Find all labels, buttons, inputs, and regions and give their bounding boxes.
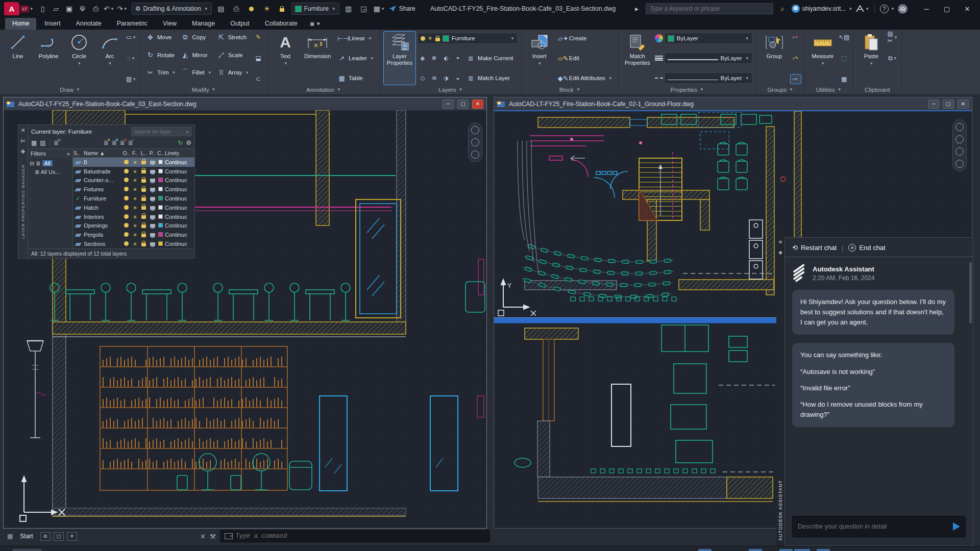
tab-output[interactable]: Output (223, 18, 257, 30)
panel-label-layers[interactable]: Layers▼ (380, 85, 521, 94)
lineweight-dropdown[interactable]: ByLayer ▼ (665, 53, 752, 64)
tab-layout2[interactable]: Layout2 (78, 549, 112, 551)
right-window-title-bar[interactable]: AutoCAD-LT-FY25_Fire-Station-Book-Cafe_0… (494, 97, 972, 110)
crosshair-size[interactable]: + (902, 549, 916, 551)
left-drawing-canvas[interactable]: ✕ ⊨ ❖ LAYER PROPERTIES MANAGER Current l… (4, 110, 486, 528)
layer-search-input[interactable] (134, 129, 186, 135)
annotation-visibility[interactable]: A° (817, 549, 830, 551)
new-property-filter-icon[interactable]: ▩ (31, 139, 37, 146)
object-snap[interactable]: ▣▼ (794, 549, 810, 551)
ortho-mode[interactable]: ∟ (734, 549, 747, 551)
left-window-close-button[interactable]: ✕ (472, 99, 483, 109)
tab-overview-icon[interactable]: ⧉ (40, 532, 51, 541)
tab-collaborate[interactable]: Collaborate (258, 18, 305, 30)
layer-states-icon[interactable]: ≣⊡ (54, 139, 59, 146)
minimize-button[interactable]: ─ (918, 2, 935, 15)
make-current-button[interactable]: ≣Make Current (464, 53, 516, 64)
save-as-button[interactable]: ⟱ (77, 3, 89, 15)
annotation-scale-flag[interactable]: A (846, 549, 860, 551)
layer-row-openings[interactable]: Openings☀Continuous (73, 221, 194, 231)
tab-close-icon[interactable]: ✕ (67, 532, 77, 541)
offset-icon[interactable]: ⊂ (253, 74, 263, 84)
edit-attributes-button[interactable]: ◆✎Edit Attributes▼ (556, 72, 615, 84)
workspace-dropdown[interactable]: ⚙ Drafting & Annotation ▼ (132, 3, 212, 15)
send-icon[interactable] (953, 522, 960, 531)
text-button[interactable]: A Text ▼ (271, 32, 300, 85)
new-layer-icon[interactable]: ≣✶ (103, 139, 108, 146)
rectangle-tool-icon[interactable]: ▭▼ (126, 33, 136, 42)
layer-unlock-all-icon[interactable]: ⬗ (441, 73, 451, 83)
stretch-button[interactable]: ⇱Stretch (215, 32, 251, 43)
pan-icon[interactable] (955, 135, 964, 143)
layer-lock-icon[interactable]: ⬖ (441, 54, 451, 63)
circle-button[interactable]: Circle ▼ (65, 32, 93, 85)
share-button[interactable]: Share (388, 5, 415, 12)
rotate-button[interactable]: ↻Rotate (144, 49, 178, 61)
palette-autohide-icon[interactable]: ⊨ (20, 138, 26, 144)
palette-close-icon[interactable]: ✕ (20, 127, 25, 134)
ungroup-icon[interactable]: ▫✕ (791, 33, 801, 42)
explode-icon[interactable]: ⬓ (253, 54, 263, 63)
ellipse-tool-icon[interactable]: ◌▼ (126, 54, 136, 63)
layer-isolate-icon[interactable]: ◈ (418, 54, 428, 63)
leader-button[interactable]: ↗Leader▼ (335, 53, 376, 64)
palette-properties-icon[interactable]: ❖ (20, 148, 26, 155)
command-customize-icon[interactable]: ⚒ (210, 533, 216, 540)
panel-label-draw[interactable]: Draw▼ (0, 85, 140, 94)
right-window-close-button[interactable]: ✕ (958, 99, 969, 109)
layer-row-0[interactable]: 0☀Continuous (73, 158, 194, 167)
group-selection-toggle-icon[interactable]: ▫↖ (791, 74, 801, 84)
create-block-button[interactable]: ▱✦Create (556, 33, 615, 44)
quick-calculator-icon[interactable]: ▦ (839, 74, 849, 84)
layer-row-balustrade[interactable]: Balustrade☀Continuous (73, 167, 194, 176)
command-input[interactable] (236, 533, 485, 540)
isolate-objects[interactable]: ◎ (917, 549, 930, 551)
select-window-icon[interactable]: ⬚ (839, 54, 849, 63)
cut-icon[interactable]: ▤✂▼ (888, 33, 898, 42)
copy-clip-icon[interactable]: ⧉▼ (888, 54, 898, 63)
layer-unlock-icon[interactable] (276, 3, 288, 15)
tab-home[interactable]: Home (5, 18, 36, 30)
assistant-properties-icon[interactable]: ❖ (778, 250, 783, 256)
redo-button[interactable]: ↷▼ (116, 3, 129, 15)
app-menu-button[interactable]: A LT ▼ (4, 2, 34, 15)
new-frozen-layer-icon[interactable]: ≣❄ (111, 139, 116, 146)
trim-button[interactable]: ✂Trim▼ (144, 67, 178, 78)
match-properties-button[interactable]: Match Properties (622, 32, 653, 85)
layer-row-counter-s-[interactable]: Counter-s...☀Continuous (73, 176, 194, 185)
panel-label-groups[interactable]: Groups▼ (756, 85, 804, 94)
linear-dimension-button[interactable]: ⊢⊣Linear▼ (335, 33, 376, 44)
left-window-title-bar[interactable]: AutoCAD-LT-FY25_Fire-Station-Book-Cafe_0… (4, 97, 486, 110)
full-navigation-wheel-icon[interactable] (955, 123, 964, 131)
start-tab[interactable]: Start (16, 532, 37, 541)
layer-dropdown[interactable]: ☀ Furniture ▼ (418, 33, 518, 44)
layer-thaw-icon[interactable]: ☀ (261, 3, 273, 15)
layer-on-all-icon[interactable]: ◒ (453, 73, 463, 83)
assistant-close-icon[interactable]: ✕ (778, 239, 782, 245)
object-snap-tracking[interactable]: ∠ (779, 549, 793, 551)
layer-unisolate-icon[interactable]: ◇ (418, 73, 428, 83)
layer-row-furniture[interactable]: ✓Furniture☀Continuous (73, 194, 194, 203)
group-button[interactable]: Group (760, 32, 789, 85)
panel-label-properties[interactable]: Properties▼ (619, 85, 756, 94)
tab-insert[interactable]: Insert (37, 18, 67, 30)
mirror-button[interactable]: ◭Mirror (179, 49, 213, 61)
close-button[interactable]: ✕ (959, 2, 976, 15)
tab-model[interactable]: Model (13, 549, 42, 551)
tab-maximize-icon[interactable]: ▢ (54, 532, 64, 541)
array-button[interactable]: ⠿Array▼ (215, 67, 251, 78)
layer-freeze-icon[interactable]: ❄ (429, 54, 439, 63)
ribbon-display-toggle[interactable]: ▣ ▼ (306, 19, 325, 30)
search-icon[interactable]: ⌕ (776, 3, 789, 15)
copy-button[interactable]: ⧉Copy (179, 32, 213, 43)
arc-button[interactable]: Arc ▼ (95, 32, 124, 85)
new-group-filter-icon[interactable]: ▨ (40, 139, 45, 146)
layer-on-icon[interactable] (246, 3, 258, 15)
object-color-dropdown[interactable]: ByLayer ▼ (665, 33, 752, 44)
restart-chat-button[interactable]: ⟲ Restart chat (792, 244, 837, 252)
orbit-icon[interactable] (955, 160, 964, 168)
zoom-extents-icon[interactable] (471, 151, 479, 159)
refresh-icon[interactable]: ↻ (178, 139, 183, 146)
user-account-button[interactable]: shiyamdev.srit... ▼ (792, 5, 852, 13)
filter-all-used[interactable]: ≣ All Us... (35, 169, 71, 176)
